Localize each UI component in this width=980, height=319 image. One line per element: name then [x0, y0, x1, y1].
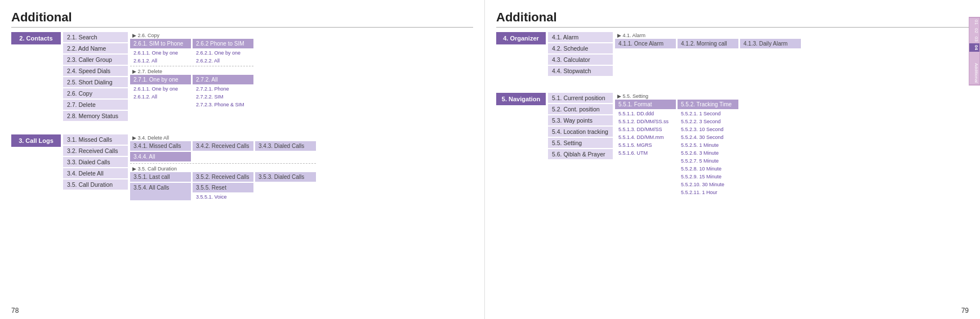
t5m: 5.5.2.7. 5 Minute [678, 158, 738, 164]
phone-to-sim: 2.6.2 Phone to SIM [193, 39, 253, 48]
daily-alarm: 4.1.3. Daily Alarm [740, 39, 801, 48]
del-phonesim: 2.7.2.3. Phone & SIM [193, 101, 253, 108]
item-delete: 2.7. Delete [63, 100, 128, 110]
right-page-number: 79 [961, 307, 969, 314]
item-received: 3.2. Received Calls [63, 146, 128, 156]
del-phone: 2.7.2.1. Phone [193, 86, 253, 92]
item-missed: 3.1. Missed Calls [63, 134, 128, 145]
contacts-subsections: ▶ 2.6. Copy 2.6.1. SIM to Phone 2.6.1.1.… [130, 32, 253, 108]
item-speeddials: 2.4. Speed Dials [63, 66, 128, 76]
reset-col: 3.5.5. Reset 3.5.5.1. Voice [193, 183, 253, 200]
mgrs: 5.5.1.5. MGRS [615, 142, 676, 149]
right-page: Additional 01 02 03 04 Additional 4. Org… [484, 0, 980, 319]
sim-to-phone: 2.6.1. SIM to Phone [130, 39, 191, 48]
tracking-box: 5.5.2. Tracking Time [678, 100, 738, 109]
alarm-row: 4.1.1. Once Alarm 4.1.2. Morning call 4.… [615, 39, 801, 48]
ddmmssss: 5.5.1.2. DD/MM/SS.ss [615, 118, 676, 125]
received-box: 3.4.2. Received Calls [193, 141, 253, 151]
all-2: 2.6.2.2. All [193, 57, 253, 64]
del-sim: 2.7.2.2. SIM [193, 93, 253, 100]
contacts-section: 2. Contacts 2.1. Search 2.2. Add Name 2.… [11, 32, 473, 121]
all-col: 2.7.2. All 2.7.2.1. Phone 2.7.2.2. SIM 2… [193, 75, 253, 108]
left-page: Additional 2. Contacts 2.1. Search 2.2. … [0, 0, 484, 319]
t15m: 5.5.2.9. 15 Minute [678, 173, 738, 180]
lastcall-box: 3.5.1. Last call [130, 172, 191, 182]
organizer-items: 4.1. Alarm 4.2. Schedule 4.3. Calculator… [548, 32, 613, 76]
contacts-items: 2.1. Search 2.2. Add Name 2.3. Caller Gr… [63, 32, 128, 121]
item-addname: 2.2. Add Name [63, 43, 128, 53]
reset-box: 3.5.5. Reset [193, 183, 253, 192]
allcalls-row: 3.5.4. All Calls 3.5.5. Reset 3.5.5.1. V… [130, 183, 316, 200]
item-calculator: 4.3. Calculator [548, 55, 613, 65]
all-1: 2.6.1.2. All [130, 57, 191, 64]
all-calls: 3.4.4. All [130, 152, 191, 161]
one-by-one-col: 2.7.1. One by one 2.6.1.1. One by one 2.… [130, 75, 191, 108]
item-callergroup: 2.3. Caller Group [63, 55, 128, 65]
one-by-one-1: 2.6.1.1. One by one [130, 50, 191, 56]
calllogs-items: 3.1. Missed Calls 3.2. Received Calls 3.… [63, 134, 128, 190]
t10m: 5.5.2.8. 10 Minute [678, 165, 738, 172]
setting-row: 5.5.1. Format 5.5.1.1. DD.ddd 5.5.1.2. D… [615, 100, 738, 196]
t3m: 5.5.2.6. 3 Minute [678, 150, 738, 156]
divider-2 [130, 163, 316, 164]
tab-01: 01 [969, 18, 979, 26]
setting-header: ▶ 5.5. Setting [615, 93, 738, 100]
delete-row: 2.7.1. One by one 2.6.1.1. One by one 2.… [130, 75, 253, 108]
sim-to-phone-col: 2.6.1. SIM to Phone 2.6.1.1. One by one … [130, 39, 191, 64]
copy-row: 2.6.1. SIM to Phone 2.6.1.1. One by one … [130, 39, 253, 64]
morning-call: 4.1.2. Morning call [678, 39, 738, 48]
callduration-row: 3.5.1. Last call 3.5.2. Received Calls 3… [130, 172, 316, 182]
tab-04-active: 04 [969, 43, 979, 52]
once-alarm: 4.1.1. Once Alarm [615, 39, 676, 48]
ddddd: 5.5.1.1. DD.ddd [615, 110, 676, 117]
missed-box: 3.4.1. Missed Calls [130, 141, 191, 151]
ddmmss: 5.5.1.3. DD/MM/SS [615, 126, 676, 133]
tab-additional-label: Additional [969, 52, 979, 84]
tab-03: 03 [969, 35, 979, 43]
contacts-label: 2. Contacts [11, 32, 61, 44]
utm: 5.5.1.6. UTM [615, 150, 676, 156]
item-contpos: 5.2. Cont. position [548, 104, 613, 114]
all-box: 2.7.2. All [193, 75, 253, 84]
t30s: 5.5.2.4. 30 Second [678, 134, 738, 141]
left-title: Additional [11, 10, 473, 28]
navigation-subsections: ▶ 5.5. Setting 5.5.1. Format 5.5.1.1. DD… [615, 93, 738, 196]
right-title: Additional [496, 10, 969, 28]
item-currentpos: 5.1. Current position [548, 93, 613, 103]
t1m: 5.5.2.5. 1 Minute [678, 142, 738, 149]
item-deleteall: 3.4. Delete All [63, 168, 128, 178]
left-page-number: 78 [11, 307, 19, 314]
delete-header: ▶ 2.7. Delete [130, 68, 253, 75]
item-waypoints: 5.3. Way points [548, 115, 613, 125]
item-setting: 5.5. Setting [548, 138, 613, 148]
left-tree: 2. Contacts 2.1. Search 2.2. Add Name 2.… [11, 32, 473, 200]
item-dialed: 3.3. Dialed Calls [63, 157, 128, 167]
lastcall-col: 3.5.1. Last call [130, 172, 191, 182]
ddmmmm: 5.5.1.4. DD/MM.mm [615, 134, 676, 141]
t1h: 5.5.2.11. 1 Hour [678, 189, 738, 196]
navigation-section: 5. Navigation 5.1. Current position 5.2.… [496, 93, 955, 196]
item-shortdialing: 2.5. Short Dialing [63, 77, 128, 87]
recv-box: 3.5.2. Received Calls [193, 172, 253, 182]
morning-call-col: 4.1.2. Morning call [678, 39, 738, 48]
voice-item: 3.5.5.1. Voice [193, 194, 253, 200]
one-by-one-box: 2.7.1. One by one [130, 75, 191, 84]
deleteall-row: 3.4.1. Missed Calls 3.4.2. Received Call… [130, 141, 316, 151]
t3s: 5.5.2.2. 3 Second [678, 118, 738, 125]
item-alarm: 4.1. Alarm [548, 32, 613, 42]
tab-02: 02 [969, 26, 979, 35]
dialed-col: 3.4.3. Dialed Calls [255, 141, 316, 151]
tracking-col: 5.5.2. Tracking Time 5.5.2.1. 1 Second 5… [678, 100, 738, 196]
navigation-items: 5.1. Current position 5.2. Cont. positio… [548, 93, 613, 159]
right-tree: 4. Organizer 4.1. Alarm 4.2. Schedule 4.… [496, 32, 955, 196]
one-by-one-2: 2.6.2.1. One by one [193, 50, 253, 56]
dialed-box: 3.4.3. Dialed Calls [255, 141, 316, 151]
side-tabs: 01 02 03 04 Additional [969, 17, 980, 86]
copy-header: ▶ 2.6. Copy [130, 32, 253, 39]
phone-to-sim-col: 2.6.2 Phone to SIM 2.6.2.1. One by one 2… [193, 39, 253, 64]
t1s: 5.5.2.1. 1 Second [678, 110, 738, 117]
calllogs-label: 3. Call Logs [11, 134, 61, 147]
del-sub-1: 2.6.1.1. One by one [130, 86, 191, 92]
t10s: 5.5.2.3. 10 Second [678, 126, 738, 133]
organizer-label: 4. Organizer [496, 32, 546, 44]
